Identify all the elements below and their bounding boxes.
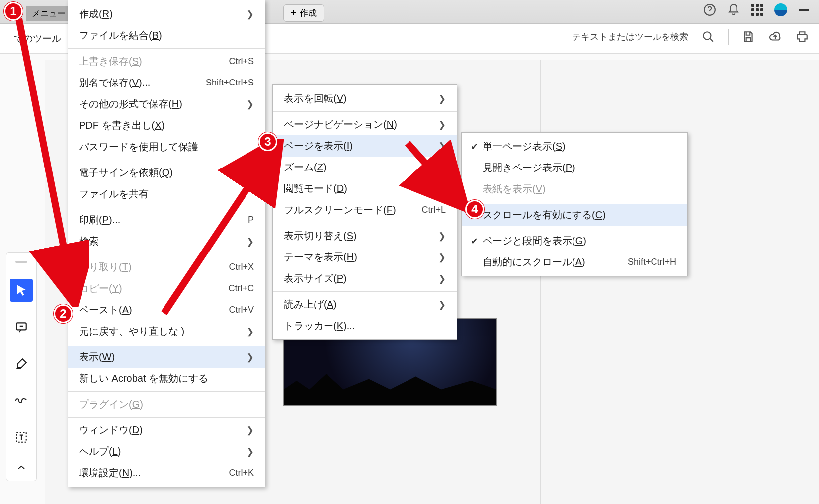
menu-item[interactable]: ✔単一ページ表示(S)	[462, 136, 687, 157]
annotation-badge-1: 1	[4, 2, 23, 21]
search-placeholder[interactable]: テキストまたはツールを検索	[572, 31, 688, 43]
menu-item-label: 表示を回転(V)	[284, 92, 347, 105]
menu-item[interactable]: パスワードを使用して保護	[68, 136, 265, 158]
highlight-tool-icon[interactable]	[10, 352, 33, 375]
all-tools-label[interactable]: てのツール	[14, 32, 61, 45]
menu-item[interactable]: 新しい Acrobat を無効にする	[68, 368, 265, 389]
menu-separator	[68, 417, 265, 418]
text-select-tool-icon[interactable]	[10, 426, 33, 449]
menu-item-label: 見開きページ表示(P)	[483, 161, 575, 174]
menu-item[interactable]: ✔ページと段間を表示(G)	[462, 230, 687, 252]
menu-item-label: PDF を書き出し(X)	[79, 119, 164, 132]
menu-separator	[273, 223, 457, 223]
apps-grid-icon[interactable]	[750, 3, 764, 17]
menu-item[interactable]: フルスクリーンモード(F)Ctrl+L	[273, 199, 457, 221]
menu-item[interactable]: 検索❯	[68, 231, 265, 252]
draw-tool-icon[interactable]	[10, 389, 33, 412]
menu-separator	[273, 291, 457, 292]
page-display-submenu: ✔単一ページ表示(S)見開きページ表示(P)表紙を表示(V)スクロールを有効にす…	[461, 132, 688, 276]
menu-shortcut: Ctr	[434, 183, 446, 194]
menu-item[interactable]: ページを表示(I)❯	[273, 135, 457, 157]
menu-item[interactable]: 印刷(P)... P	[68, 209, 265, 231]
menu-item-label: テーマを表示(H)	[284, 251, 357, 264]
menu-item-label: ズーム(Z)	[284, 161, 327, 174]
avatar[interactable]	[774, 3, 787, 16]
menu-item[interactable]: PDF を書き出し(X)	[68, 115, 265, 136]
menu-item-label: 環境設定(N)...	[79, 466, 141, 480]
submenu-arrow-icon: ❯	[246, 9, 254, 20]
submenu-arrow-icon: ❯	[438, 119, 446, 130]
menu-shortcut: Ctrl+X	[229, 262, 254, 272]
menu-item[interactable]: 環境設定(N)...Ctrl+K	[68, 462, 265, 484]
menu-item-label: スクロールを有効にする(C)	[483, 208, 606, 222]
annotation-badge-3: 3	[258, 132, 277, 151]
menu-item[interactable]: 表示(W)❯	[68, 346, 265, 368]
cloud-upload-icon[interactable]	[768, 30, 782, 44]
submenu-arrow-icon: ❯	[246, 326, 254, 337]
select-tool-icon[interactable]	[10, 279, 33, 302]
help-icon[interactable]	[703, 3, 717, 17]
svg-point-1	[703, 32, 711, 39]
more-tool-icon[interactable]	[10, 463, 33, 473]
search-area: テキストまたはツールを検索	[572, 29, 809, 45]
save-icon[interactable]	[741, 30, 755, 44]
menu-item[interactable]: ペースト(A)Ctrl+V	[68, 299, 265, 321]
menu-item[interactable]: 読み上げ(A)❯	[273, 294, 457, 315]
menu-item[interactable]: 見開きページ表示(P)	[462, 157, 687, 178]
menu-item-label: 閲覧モード(D)	[284, 182, 347, 195]
search-icon[interactable]	[701, 30, 715, 44]
annotation-badge-2: 2	[54, 304, 73, 323]
create-label: 作成	[300, 7, 317, 19]
main-menu: 作成(R)❯ファイルを結合(B)上書き保存(S)Ctrl+S別名で保存(V)..…	[68, 0, 265, 487]
menu-item[interactable]: テーマを表示(H)❯	[273, 247, 457, 268]
menu-item[interactable]: ファイルを結合(B)	[68, 25, 265, 46]
menu-item[interactable]: 電子サインを依頼(Q)	[68, 162, 265, 183]
view-submenu: 表示を回転(V)❯ページナビゲーション(N)❯ページを表示(I)❯ズーム(Z)❯…	[272, 84, 457, 340]
menu-item[interactable]: ヘルプ(L)❯	[68, 441, 265, 462]
menu-item-label: 表示サイズ(P)	[284, 272, 347, 285]
menu-item-label: 元に戻す、やり直しな )	[79, 325, 184, 338]
menu-item-label: 切り取り(T)	[79, 260, 132, 274]
menu-item-label: 印刷(P)...	[79, 213, 120, 227]
plus-icon: +	[291, 7, 297, 19]
menu-item[interactable]: 自動的にスクロール(A)Shift+Ctrl+H	[462, 252, 687, 273]
create-button[interactable]: + 作成	[283, 4, 324, 22]
menu-button[interactable]: メニュー	[26, 6, 72, 21]
menu-item-label: 新しい Acrobat を無効にする	[79, 372, 208, 385]
menu-item-label: パスワードを使用して保護	[79, 140, 198, 154]
print-icon[interactable]	[795, 30, 809, 44]
menu-item[interactable]: ウィンドウ(D)❯	[68, 420, 265, 441]
menu-item[interactable]: 元に戻す、やり直しな )❯	[68, 321, 265, 342]
menu-item[interactable]: 表示サイズ(P)❯	[273, 268, 457, 289]
menu-shortcut: Ctrl+L	[421, 205, 446, 215]
submenu-arrow-icon: ❯	[246, 352, 254, 363]
submenu-arrow-icon: ❯	[438, 93, 446, 104]
bell-icon[interactable]	[727, 3, 740, 17]
menu-item-label: ペースト(A)	[79, 303, 132, 317]
menu-item[interactable]: 閲覧モード(D)Ctr	[273, 178, 457, 199]
menu-item[interactable]: ページナビゲーション(N)❯	[273, 114, 457, 135]
menu-item: 表紙を表示(V)	[462, 178, 687, 200]
menu-item[interactable]: スクロールを有効にする(C)	[462, 204, 687, 226]
comment-tool-icon[interactable]	[10, 316, 33, 338]
menu-item[interactable]: 別名で保存(V)...Shift+Ctrl+S	[68, 72, 265, 93]
menu-separator	[68, 207, 265, 207]
menu-item[interactable]: 表示切り替え(S)❯	[273, 225, 457, 247]
menu-item-label: 自動的にスクロール(A)	[483, 255, 585, 269]
menu-item[interactable]: 表示を回転(V)❯	[273, 88, 457, 109]
menu-item[interactable]: トラッカー(K)...	[273, 315, 457, 336]
annotation-badge-4: 4	[465, 200, 484, 219]
menu-item[interactable]: ファイルを共有	[68, 183, 265, 205]
menu-item[interactable]: 作成(R)❯	[68, 3, 265, 25]
menu-item[interactable]: ズーム(Z)❯	[273, 157, 457, 178]
minimize-icon[interactable]	[797, 3, 811, 17]
submenu-arrow-icon: ❯	[438, 273, 446, 284]
drag-handle[interactable]	[15, 261, 27, 263]
menu-shortcut: Shift+Ctrl+S	[206, 78, 254, 88]
menu-separator	[68, 48, 265, 49]
menu-item-label: 読み上げ(A)	[284, 298, 337, 311]
check-icon: ✔	[469, 141, 480, 152]
menu-separator	[462, 202, 687, 202]
menu-item[interactable]: その他の形式で保存(H)❯	[68, 93, 265, 115]
submenu-arrow-icon: ❯	[438, 162, 446, 173]
